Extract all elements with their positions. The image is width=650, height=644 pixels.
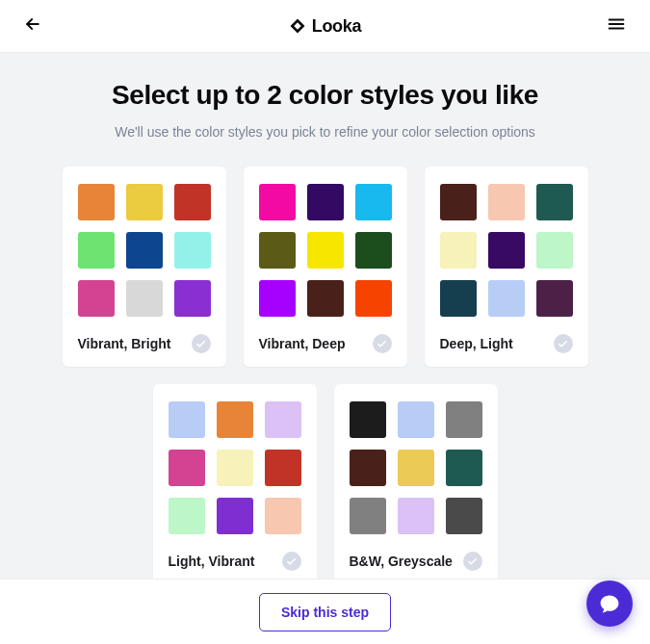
color-swatch	[307, 184, 344, 220]
color-swatch	[265, 401, 301, 438]
color-swatch	[259, 184, 296, 220]
color-swatch	[355, 184, 392, 220]
check-icon	[286, 556, 297, 567]
color-swatch	[126, 280, 163, 317]
check-icon	[195, 339, 206, 349]
color-swatch	[307, 280, 344, 317]
color-swatch	[536, 232, 573, 269]
brand-logo-icon	[289, 17, 306, 35]
topbar: Looka	[0, 0, 650, 53]
selection-check	[282, 552, 301, 571]
color-swatch	[174, 232, 211, 269]
color-swatch	[488, 184, 525, 220]
skip-button[interactable]: Skip this step	[259, 593, 391, 631]
color-swatch	[78, 280, 115, 317]
color-swatch	[350, 401, 386, 438]
color-swatch	[126, 232, 163, 269]
color-swatch	[536, 280, 573, 317]
color-swatch	[446, 401, 482, 438]
selection-check	[373, 334, 392, 353]
color-swatch	[446, 450, 482, 486]
color-swatch	[355, 280, 392, 317]
color-swatch	[174, 280, 211, 317]
card-label: Vibrant, Deep	[259, 336, 346, 351]
color-swatch	[350, 450, 386, 486]
swatch-grid	[78, 184, 211, 317]
chat-launcher[interactable]	[586, 580, 633, 627]
card-footer: Light, Vibrant	[169, 552, 301, 571]
card-footer: Vibrant, Bright	[78, 334, 211, 353]
color-style-card[interactable]: Vibrant, Bright	[63, 167, 226, 367]
selection-check	[192, 334, 211, 353]
card-footer: Deep, Light	[440, 334, 573, 353]
selection-check	[463, 552, 482, 571]
card-label: Light, Vibrant	[169, 554, 255, 569]
color-swatch	[217, 498, 253, 534]
color-swatch	[536, 184, 573, 220]
footer-bar: Skip this step	[0, 579, 650, 644]
color-swatch	[259, 232, 296, 269]
page-title: Select up to 2 color styles you like	[0, 80, 650, 111]
chat-icon	[598, 592, 621, 615]
color-swatch	[217, 401, 253, 438]
color-swatch	[169, 401, 205, 438]
page-subtitle: We'll use the color styles you pick to r…	[0, 124, 650, 140]
hamburger-icon	[606, 13, 627, 35]
color-swatch	[307, 232, 344, 269]
color-swatch	[350, 498, 386, 534]
style-grid: Vibrant, BrightVibrant, DeepDeep, LightL…	[0, 167, 650, 584]
color-swatch	[398, 498, 434, 534]
check-icon	[467, 556, 478, 567]
brand-name: Looka	[312, 16, 362, 37]
back-button[interactable]	[17, 9, 48, 43]
check-icon	[558, 339, 568, 349]
swatch-grid	[440, 184, 573, 317]
selection-check	[554, 334, 573, 353]
check-icon	[377, 339, 387, 349]
color-swatch	[126, 184, 163, 220]
page-body: Select up to 2 color styles you like We'…	[0, 53, 650, 644]
brand: Looka	[289, 16, 362, 37]
card-label: Vibrant, Bright	[78, 336, 171, 351]
arrow-left-icon	[23, 14, 42, 34]
color-swatch	[217, 450, 253, 486]
color-swatch	[265, 450, 301, 486]
menu-button[interactable]	[600, 8, 633, 44]
color-swatch	[440, 232, 477, 269]
color-swatch	[398, 401, 434, 438]
color-swatch	[446, 498, 482, 534]
color-swatch	[169, 498, 205, 534]
card-footer: Vibrant, Deep	[259, 334, 392, 353]
color-swatch	[355, 232, 392, 269]
color-style-card[interactable]: Light, Vibrant	[153, 384, 317, 584]
color-swatch	[488, 280, 525, 317]
color-swatch	[78, 232, 115, 269]
swatch-grid	[350, 401, 482, 534]
color-swatch	[488, 232, 525, 269]
color-swatch	[265, 498, 301, 534]
color-swatch	[440, 184, 477, 220]
color-swatch	[78, 184, 115, 220]
card-label: Deep, Light	[440, 336, 513, 351]
card-footer: B&W, Greyscale	[350, 552, 482, 571]
color-style-card[interactable]: B&W, Greyscale	[334, 384, 498, 584]
color-swatch	[398, 450, 434, 486]
swatch-grid	[169, 401, 301, 534]
color-swatch	[174, 184, 211, 220]
color-style-card[interactable]: Vibrant, Deep	[244, 167, 407, 367]
card-label: B&W, Greyscale	[350, 554, 453, 569]
color-swatch	[259, 280, 296, 317]
color-swatch	[440, 280, 477, 317]
swatch-grid	[259, 184, 392, 317]
color-style-card[interactable]: Deep, Light	[425, 167, 588, 367]
color-swatch	[169, 450, 205, 486]
